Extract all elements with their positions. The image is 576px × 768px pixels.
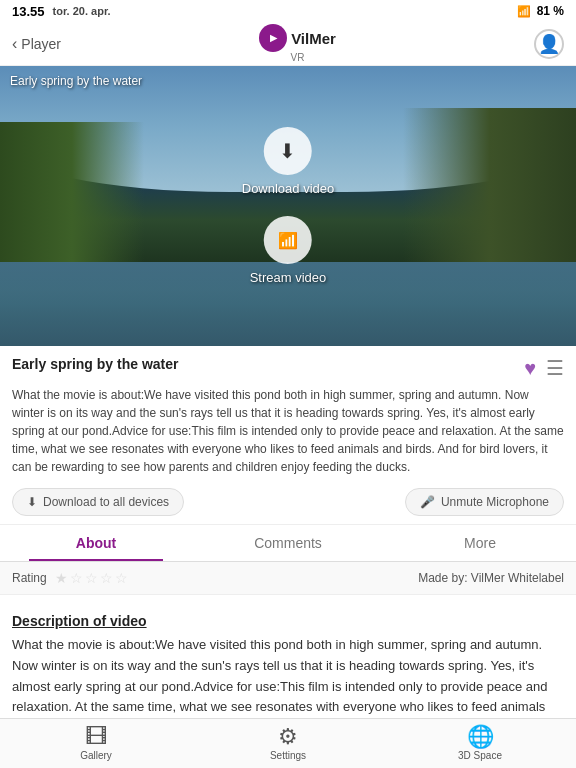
video-trees-right: [403, 108, 576, 262]
video-player[interactable]: Early spring by the water ⬇ Download vid…: [0, 66, 576, 346]
description-title: Description of video: [12, 613, 564, 629]
tab-more-label: More: [464, 535, 496, 551]
status-time: 13.55: [12, 4, 45, 19]
download-all-button[interactable]: ⬇ Download to all devices: [12, 488, 184, 516]
wifi-icon: 📶: [517, 5, 531, 18]
made-by-label: Made by: VilMer Whitelabel: [418, 571, 564, 585]
battery-label: 81 %: [537, 4, 564, 18]
bottom-navigation: 🎞 Gallery ⚙ Settings 🌐 3D Space: [0, 718, 576, 768]
download-video-label: Download video: [242, 181, 335, 196]
stream-icon: 📶: [264, 216, 312, 264]
tab-about-label: About: [76, 535, 116, 551]
video-title-overlay: Early spring by the water: [10, 74, 142, 88]
settings-icon: ⚙: [278, 726, 298, 748]
content-header: Early spring by the water ♥ ☰ What the m…: [0, 346, 576, 480]
download-video-button[interactable]: ⬇ Download video: [242, 127, 335, 196]
back-chevron-icon: ‹: [12, 35, 17, 53]
video-overlay-buttons: ⬇ Download video 📶 Stream video: [242, 127, 335, 285]
bottom-nav-3dspace[interactable]: 🌐 3D Space: [384, 719, 576, 768]
microphone-icon: 🎤: [420, 495, 435, 509]
content-title: Early spring by the water: [12, 356, 524, 372]
gallery-label: Gallery: [80, 750, 112, 761]
tab-more[interactable]: More: [384, 525, 576, 561]
action-buttons-row: ⬇ Download to all devices 🎤 Unmute Micro…: [0, 480, 576, 525]
star-rating[interactable]: ★☆☆☆☆: [55, 570, 130, 586]
logo-text: VilMer: [291, 30, 336, 47]
tab-comments[interactable]: Comments: [192, 525, 384, 561]
download-icon: ⬇: [264, 127, 312, 175]
tabs-row: About Comments More: [0, 525, 576, 562]
tab-about[interactable]: About: [0, 525, 192, 561]
unmute-microphone-button[interactable]: 🎤 Unmute Microphone: [405, 488, 564, 516]
settings-label: Settings: [270, 750, 306, 761]
status-bar: 13.55 tor. 20. apr. 📶 81 %: [0, 0, 576, 22]
3dspace-icon: 🌐: [467, 726, 494, 748]
unmute-label: Unmute Microphone: [441, 495, 549, 509]
overflow-menu-button[interactable]: ☰: [546, 356, 564, 380]
nav-bar: ‹ Player ▶ VilMer VR 👤: [0, 22, 576, 66]
nav-logo: ▶ VilMer VR: [259, 24, 336, 63]
gallery-icon: 🎞: [85, 726, 107, 748]
favorite-button[interactable]: ♥: [524, 357, 536, 380]
stream-video-label: Stream video: [250, 270, 327, 285]
download-all-label: Download to all devices: [43, 495, 169, 509]
logo-circle-icon: ▶: [259, 24, 287, 52]
stream-video-button[interactable]: 📶 Stream video: [250, 216, 327, 285]
back-button[interactable]: ‹ Player: [12, 35, 61, 53]
back-label: Player: [21, 36, 61, 52]
bottom-nav-settings[interactable]: ⚙ Settings: [192, 719, 384, 768]
tab-comments-label: Comments: [254, 535, 322, 551]
user-icon: 👤: [538, 33, 560, 55]
bottom-nav-gallery[interactable]: 🎞 Gallery: [0, 719, 192, 768]
user-profile-button[interactable]: 👤: [534, 29, 564, 59]
vr-text: VR: [291, 52, 305, 63]
3dspace-label: 3D Space: [458, 750, 502, 761]
content-description: What the movie is about:We have visited …: [12, 386, 564, 476]
status-date: tor. 20. apr.: [53, 5, 111, 17]
rating-row: Rating ★☆☆☆☆ Made by: VilMer Whitelabel: [0, 562, 576, 595]
video-trees-left: [0, 122, 144, 262]
download-all-icon: ⬇: [27, 495, 37, 509]
rating-label: Rating: [12, 571, 47, 585]
